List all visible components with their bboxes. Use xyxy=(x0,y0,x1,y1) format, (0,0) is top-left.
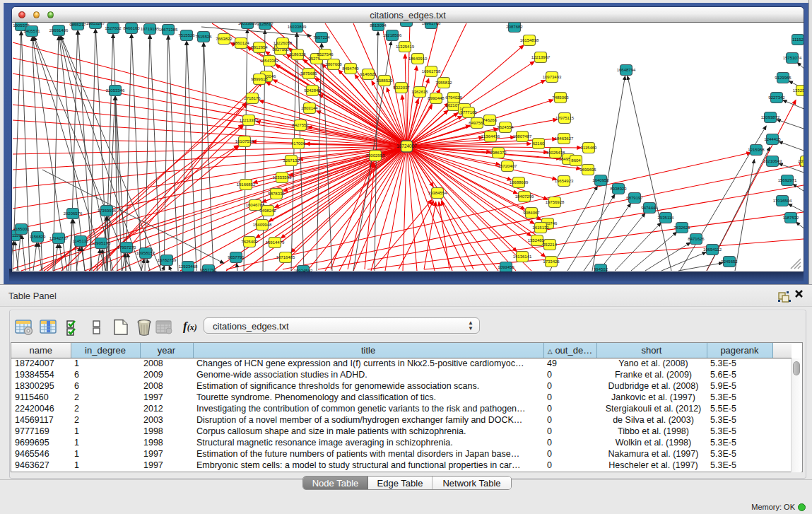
svg-text:19166852: 19166852 xyxy=(237,182,256,187)
svg-text:12905195: 12905195 xyxy=(92,241,111,245)
svg-text:9245652: 9245652 xyxy=(721,259,738,264)
svg-text:2867608: 2867608 xyxy=(325,62,342,66)
svg-text:9855217: 9855217 xyxy=(69,23,86,27)
svg-text:19384554: 19384554 xyxy=(428,191,447,195)
svg-text:19654923: 19654923 xyxy=(555,179,574,183)
svg-text:1156829: 1156829 xyxy=(30,235,47,239)
svg-text:10853267: 10853267 xyxy=(86,23,105,25)
svg-text:17359936: 17359936 xyxy=(98,209,117,213)
svg-text:9242848: 9242848 xyxy=(304,88,321,93)
svg-text:994502: 994502 xyxy=(594,267,608,271)
svg-text:9777169: 9777169 xyxy=(460,110,477,115)
svg-text:6794028: 6794028 xyxy=(445,95,462,100)
svg-text:12942737: 12942737 xyxy=(49,236,69,240)
svg-text:9227342: 9227342 xyxy=(768,95,785,100)
svg-text:62160: 62160 xyxy=(533,141,545,146)
svg-text:20691406: 20691406 xyxy=(49,28,69,33)
svg-text:10654112: 10654112 xyxy=(703,247,722,252)
svg-text:5322037: 5322037 xyxy=(393,86,410,90)
svg-text:8813094: 8813094 xyxy=(370,23,387,28)
svg-text:16961758: 16961758 xyxy=(422,69,441,74)
svg-text:9474444: 9474444 xyxy=(641,206,658,210)
svg-text:7955812: 7955812 xyxy=(435,81,452,85)
svg-text:8454749: 8454749 xyxy=(342,66,359,71)
svg-text:1244415: 1244415 xyxy=(764,137,781,141)
svg-text:12093872: 12093872 xyxy=(761,115,780,119)
svg-text:9860124: 9860124 xyxy=(233,41,249,45)
svg-text:15720407: 15720407 xyxy=(498,164,517,168)
svg-text:2087682: 2087682 xyxy=(506,25,523,29)
svg-text:23002953: 23002953 xyxy=(366,153,385,158)
svg-text:12213382: 12213382 xyxy=(240,118,259,122)
svg-text:13226058: 13226058 xyxy=(273,41,293,45)
svg-text:6879197: 6879197 xyxy=(626,196,643,200)
svg-text:7986372: 7986372 xyxy=(490,151,507,155)
svg-text:15409948: 15409948 xyxy=(253,223,272,227)
svg-text:16210643: 16210643 xyxy=(763,159,782,163)
svg-text:417006: 417006 xyxy=(291,141,306,146)
svg-text:9084067: 9084067 xyxy=(523,211,540,215)
svg-text:13325419: 13325419 xyxy=(793,88,804,93)
svg-text:11325419: 11325419 xyxy=(396,45,415,49)
svg-text:16782759: 16782759 xyxy=(158,258,177,262)
svg-text:9899618: 9899618 xyxy=(251,77,268,81)
svg-text:16154838: 16154838 xyxy=(520,38,539,42)
svg-text:1093450: 1093450 xyxy=(498,265,514,269)
svg-text:8604: 8604 xyxy=(571,158,581,163)
svg-text:8938923: 8938923 xyxy=(610,187,627,191)
svg-text:18407299: 18407299 xyxy=(515,194,534,199)
svg-text:21053346: 21053346 xyxy=(106,88,125,93)
svg-text:10924502: 10924502 xyxy=(294,269,313,271)
svg-text:12923468: 12923468 xyxy=(179,264,198,269)
svg-text:16107553: 16107553 xyxy=(235,139,254,144)
svg-text:1640953: 1640953 xyxy=(592,178,609,182)
svg-text:1527602: 1527602 xyxy=(105,26,122,30)
svg-text:19756928: 19756928 xyxy=(546,200,565,204)
svg-text:8813094: 8813094 xyxy=(398,23,415,23)
svg-text:17975115: 17975115 xyxy=(555,116,575,120)
svg-text:10807487: 10807487 xyxy=(513,134,532,139)
svg-text:16033809: 16033809 xyxy=(288,25,307,29)
svg-text:20206576: 20206576 xyxy=(64,211,83,216)
svg-text:5878334: 5878334 xyxy=(268,192,285,196)
svg-text:7632621: 7632621 xyxy=(673,226,690,230)
svg-text:8912954: 8912954 xyxy=(251,45,268,49)
svg-text:21364436: 21364436 xyxy=(481,134,500,139)
svg-text:7625402: 7625402 xyxy=(241,240,258,244)
svg-text:1615132: 1615132 xyxy=(532,226,549,230)
svg-text:17016504: 17016504 xyxy=(773,199,792,203)
svg-text:7515526: 7515526 xyxy=(195,35,212,39)
svg-text:746266: 746266 xyxy=(483,118,498,122)
svg-text:1185001: 1185001 xyxy=(13,227,30,231)
svg-text:9527546: 9527546 xyxy=(317,52,334,57)
svg-text:1145132: 1145132 xyxy=(73,239,90,243)
svg-text:19218506: 19218506 xyxy=(383,33,402,37)
svg-text:1362615: 1362615 xyxy=(411,90,428,94)
svg-text:7857224: 7857224 xyxy=(313,35,330,40)
svg-text:10961768: 10961768 xyxy=(422,23,441,25)
svg-text:1733426: 1733426 xyxy=(543,259,560,264)
svg-text:9657791: 9657791 xyxy=(200,268,217,271)
svg-text:12213967: 12213967 xyxy=(531,55,551,59)
svg-text:9699695: 9699695 xyxy=(579,168,596,172)
svg-text:13716485: 13716485 xyxy=(276,255,295,259)
svg-text:7663822: 7663822 xyxy=(216,37,233,41)
svg-text:2935114: 2935114 xyxy=(658,216,675,220)
svg-text:18463627: 18463627 xyxy=(555,136,574,141)
svg-text:5875685: 5875685 xyxy=(300,71,317,76)
svg-text:8427552: 8427552 xyxy=(292,123,309,127)
svg-text:1588520: 1588520 xyxy=(376,78,393,83)
svg-text:11152: 11152 xyxy=(792,37,804,42)
svg-text:16648794: 16648794 xyxy=(617,68,636,72)
svg-text:2034054: 2034054 xyxy=(798,159,804,163)
svg-text:1215958: 1215958 xyxy=(748,148,765,152)
svg-text:2803144: 2803144 xyxy=(301,106,318,110)
svg-text:9115460: 9115460 xyxy=(581,146,598,150)
svg-text:10973493: 10973493 xyxy=(543,75,562,79)
svg-text:9146821: 9146821 xyxy=(360,72,377,76)
svg-text:16914479: 16914479 xyxy=(266,240,285,245)
svg-text:15751074: 15751074 xyxy=(783,56,802,60)
svg-text:14136141: 14136141 xyxy=(513,255,532,259)
svg-text:3267130: 3267130 xyxy=(283,158,300,163)
svg-text:9498242: 9498242 xyxy=(259,209,276,213)
